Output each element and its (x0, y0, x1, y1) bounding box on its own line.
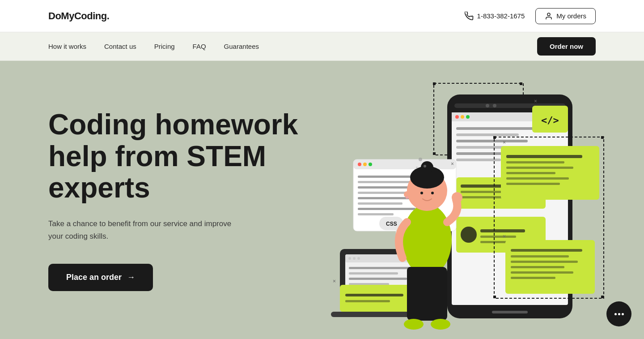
svg-rect-62 (506, 167, 573, 169)
svg-rect-53 (358, 208, 416, 210)
phone-area: 1-833-382-1675 (465, 12, 525, 21)
svg-rect-73 (511, 277, 555, 279)
phone-icon (465, 12, 474, 21)
svg-rect-69 (511, 255, 569, 257)
hero-section: Coding homework help from STEM experts T… (0, 61, 644, 339)
my-orders-button[interactable]: My orders (535, 8, 596, 24)
svg-point-106 (416, 167, 418, 168)
coding-illustration: × </> × × × (313, 70, 617, 339)
chat-bubble[interactable] (606, 301, 631, 326)
svg-rect-16 (456, 127, 537, 130)
svg-rect-72 (511, 271, 573, 274)
svg-text:×: × (451, 161, 454, 167)
svg-rect-68 (511, 249, 582, 252)
hero-title: Coding homework help from STEM experts (48, 109, 308, 203)
svg-rect-3 (520, 82, 522, 85)
svg-rect-78 (493, 296, 496, 298)
svg-rect-54 (358, 213, 394, 215)
svg-rect-77 (601, 136, 604, 139)
svg-rect-60 (506, 155, 582, 158)
svg-rect-71 (511, 266, 564, 268)
chat-dot-3 (622, 313, 624, 315)
svg-point-45 (363, 163, 367, 166)
svg-point-9 (493, 104, 496, 107)
nav-link-how-it-works[interactable]: How it works (48, 43, 86, 50)
svg-rect-63 (506, 172, 555, 174)
nav-link-pricing[interactable]: Pricing (154, 43, 175, 50)
svg-point-36 (357, 257, 360, 260)
chat-dot-2 (618, 313, 620, 315)
phone-number: 1-833-382-1675 (477, 12, 525, 20)
svg-rect-4 (433, 152, 436, 155)
svg-text:×: × (503, 233, 506, 240)
svg-point-35 (353, 257, 356, 260)
order-now-button[interactable]: Order now (537, 37, 596, 56)
chat-dot-1 (614, 313, 617, 315)
svg-point-105 (424, 165, 426, 167)
svg-rect-17 (456, 133, 519, 136)
svg-text:×: × (503, 139, 506, 146)
svg-text:CSS: CSS (386, 221, 397, 227)
nav-link-contact-us[interactable]: Contact us (104, 43, 136, 50)
svg-point-0 (547, 13, 550, 16)
svg-point-97 (431, 192, 434, 194)
svg-rect-86 (340, 285, 411, 312)
svg-rect-18 (456, 140, 528, 142)
svg-point-34 (348, 257, 351, 260)
chat-bubble-dots (614, 313, 624, 315)
svg-rect-50 (358, 192, 411, 194)
svg-rect-103 (427, 267, 445, 303)
svg-rect-64 (506, 177, 569, 180)
nav-links: How it works Contact us Pricing FAQ Guar… (48, 43, 259, 50)
svg-rect-11 (492, 311, 528, 313)
svg-rect-87 (345, 294, 403, 296)
svg-rect-39 (349, 278, 407, 280)
nav-link-guarantees[interactable]: Guarantees (224, 43, 259, 50)
logo: DoMyCoding. (48, 10, 109, 22)
svg-text:×: × (534, 98, 537, 104)
hero-illustration: × </> × × × (313, 70, 617, 339)
my-orders-label: My orders (556, 12, 586, 20)
svg-point-93 (421, 161, 433, 174)
hero-subtitle: Take a chance to benefit from our servic… (48, 218, 236, 242)
svg-rect-52 (358, 202, 402, 205)
svg-point-46 (369, 163, 372, 166)
svg-point-101 (431, 319, 450, 330)
svg-rect-102 (407, 267, 425, 303)
svg-rect-24 (461, 191, 505, 193)
user-icon (545, 12, 553, 20)
svg-rect-38 (349, 272, 398, 275)
svg-point-90 (402, 204, 452, 276)
svg-text:</>: </> (541, 115, 559, 126)
nav-link-faq[interactable]: FAQ (193, 43, 206, 50)
svg-point-44 (358, 163, 361, 166)
nav-bar: How it works Contact us Pricing FAQ Guar… (0, 32, 644, 61)
svg-rect-70 (511, 261, 578, 263)
top-bar-right: 1-833-382-1675 My orders (465, 8, 596, 24)
svg-rect-88 (345, 300, 390, 302)
svg-point-15 (466, 115, 470, 119)
svg-rect-29 (480, 236, 516, 238)
svg-point-96 (420, 192, 423, 194)
svg-point-98 (452, 192, 462, 203)
svg-rect-2 (433, 82, 436, 85)
svg-rect-76 (493, 136, 496, 139)
svg-rect-65 (506, 183, 560, 185)
svg-text:×: × (333, 278, 336, 284)
svg-rect-61 (506, 161, 564, 163)
place-order-button[interactable]: Place an order → (48, 264, 153, 291)
svg-point-104 (419, 158, 422, 161)
hero-content: Coding homework help from STEM experts T… (48, 109, 308, 291)
svg-rect-28 (480, 229, 525, 232)
svg-point-13 (455, 115, 459, 119)
top-bar: DoMyCoding. 1-833-382-1675 My orders (0, 0, 644, 32)
svg-rect-37 (349, 267, 411, 269)
svg-point-27 (461, 227, 477, 243)
svg-point-100 (404, 319, 424, 330)
svg-rect-79 (601, 296, 604, 298)
svg-point-8 (486, 104, 489, 107)
svg-point-14 (461, 115, 464, 119)
svg-point-95 (406, 196, 408, 199)
